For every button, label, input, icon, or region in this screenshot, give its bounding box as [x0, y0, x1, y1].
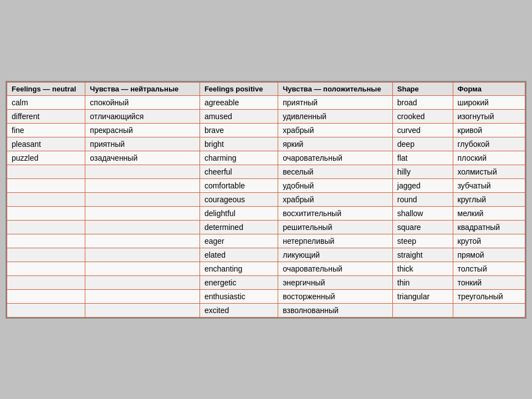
table-cell [85, 275, 200, 289]
table-row: puzzledозадаченныйcharmingочаровательный… [7, 151, 525, 165]
table-row: determinedрешительныйsquareквадратный [7, 220, 525, 234]
table-cell: steep [392, 234, 453, 248]
table-cell: eager [200, 234, 278, 248]
table-cell: тонкий [453, 275, 525, 289]
table-cell: плоский [453, 151, 525, 165]
table-cell: треугольный [453, 289, 525, 303]
header-chuvstva-positive: Чувства — положительные [278, 82, 393, 95]
table-cell: bright [200, 137, 278, 151]
table-row: eagerнетерпеливыйsteepкрутой [7, 234, 525, 248]
table-cell: excited [200, 303, 278, 317]
table-cell [453, 303, 525, 317]
table-cell: cheerful [200, 165, 278, 178]
table-cell: curved [392, 123, 453, 137]
table-cell: different [7, 109, 85, 123]
table-cell [7, 206, 85, 220]
table-cell: зубчатый [453, 178, 525, 192]
table-cell [85, 192, 200, 206]
table-cell: нетерпеливый [278, 234, 393, 248]
table-cell: взволнованный [278, 303, 393, 317]
table-row: energeticэнергичныйthinтонкий [7, 275, 525, 289]
table-row: courageousхрабрыйroundкруглый [7, 192, 525, 206]
table-row: comfortableудобныйjaggedзубчатый [7, 178, 525, 192]
table-cell: холмистый [453, 165, 525, 178]
table-cell: broad [392, 95, 453, 109]
table-cell [85, 248, 200, 262]
table-cell: озадаченный [85, 151, 200, 165]
table-cell: энергичный [278, 275, 393, 289]
table-cell [7, 262, 85, 275]
table-cell: ликующий [278, 248, 393, 262]
table-cell: square [392, 220, 453, 234]
table-cell: восторженный [278, 289, 393, 303]
table-cell: квадратный [453, 220, 525, 234]
table-cell: elated [200, 248, 278, 262]
table-cell: thin [392, 275, 453, 289]
main-window: Feelings — neutral Чувства — нейтральные… [6, 81, 526, 319]
table-cell: очаровательный [278, 151, 393, 165]
table-cell: восхитительный [278, 206, 393, 220]
table-cell [7, 289, 85, 303]
table-row: pleasantприятныйbrightяркийdeepглубокой [7, 137, 525, 151]
table-cell: straight [392, 248, 453, 262]
table-cell [85, 303, 200, 317]
table-cell [7, 248, 85, 262]
table-cell: flat [392, 151, 453, 165]
table-cell [392, 303, 453, 317]
table-cell: pleasant [7, 137, 85, 151]
header-feelings-positive: Feelings positive [200, 82, 278, 95]
table-row: delightfulвосхитительныйshallowмелкий [7, 206, 525, 220]
table-cell: веселый [278, 165, 393, 178]
table-cell [85, 289, 200, 303]
table-cell: thick [392, 262, 453, 275]
table-cell: храбрый [278, 192, 393, 206]
table-cell: hilly [392, 165, 453, 178]
table-cell [7, 220, 85, 234]
table-cell: мелкий [453, 206, 525, 220]
table-cell [7, 178, 85, 192]
table-cell: прямой [453, 248, 525, 262]
table-cell: shallow [392, 206, 453, 220]
table-cell: широкий [453, 95, 525, 109]
table-row: enthusiasticвосторженныйtriangularтреуго… [7, 289, 525, 303]
table-cell: крутой [453, 234, 525, 248]
table-cell: толстый [453, 262, 525, 275]
table-cell [85, 234, 200, 248]
table-cell [7, 275, 85, 289]
table-cell: puzzled [7, 151, 85, 165]
table-cell: determined [200, 220, 278, 234]
table-cell: charming [200, 151, 278, 165]
table-cell: agreeable [200, 95, 278, 109]
table-cell: изогнутый [453, 109, 525, 123]
table-cell: brave [200, 123, 278, 137]
table-cell: jagged [392, 178, 453, 192]
table-cell: приятный [278, 95, 393, 109]
table-cell: triangular [392, 289, 453, 303]
table-row: excitedвзволнованный [7, 303, 525, 317]
table-cell: отличающийся [85, 109, 200, 123]
table-cell: fine [7, 123, 85, 137]
table-cell: кривой [453, 123, 525, 137]
table-cell: спокойный [85, 95, 200, 109]
table-cell: energetic [200, 275, 278, 289]
table-cell: calm [7, 95, 85, 109]
header-forma: Форма [453, 82, 525, 95]
table-cell [7, 303, 85, 317]
table-cell [7, 234, 85, 248]
vocabulary-table: Feelings — neutral Чувства — нейтральные… [7, 82, 525, 318]
table-row: enchantingочаровательныйthickтолстый [7, 262, 525, 275]
table-cell: прекрасный [85, 123, 200, 137]
table-cell: deep [392, 137, 453, 151]
table-cell: удивленный [278, 109, 393, 123]
table-cell: amused [200, 109, 278, 123]
table-row: calmспокойныйagreeableприятныйbroadширок… [7, 95, 525, 109]
table-row: cheerfulвеселыйhillyхолмистый [7, 165, 525, 178]
header-chuvstva-neutral: Чувства — нейтральные [85, 82, 200, 95]
table-cell [85, 220, 200, 234]
table-cell: удобный [278, 178, 393, 192]
table-cell [85, 165, 200, 178]
table-cell: решительный [278, 220, 393, 234]
table-row: differentотличающийсяamusedудивленныйcro… [7, 109, 525, 123]
table-cell [7, 165, 85, 178]
table-cell: delightful [200, 206, 278, 220]
